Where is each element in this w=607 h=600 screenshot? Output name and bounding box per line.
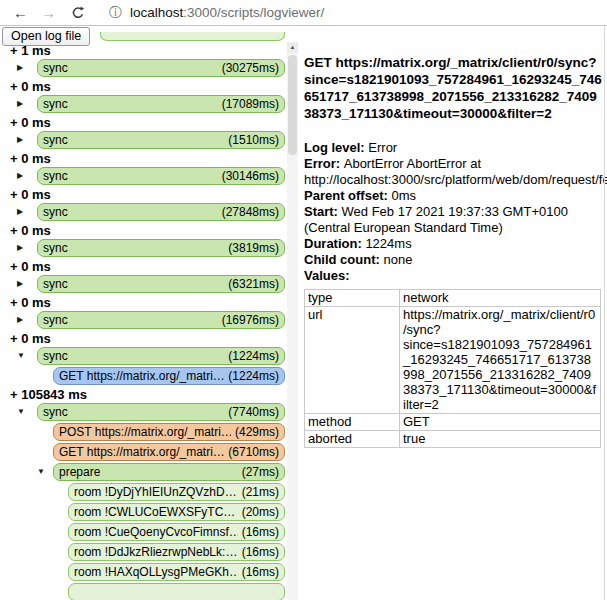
log-item[interactable]: GET https://matrix.org/_matri…(6710ms) xyxy=(53,443,285,461)
detail-field: Log level: Error xyxy=(304,140,604,156)
values-row: methodGET xyxy=(305,414,601,431)
expander-right-icon[interactable]: ▶ xyxy=(17,99,23,109)
time-offset-heading: + 0 ms xyxy=(10,151,287,166)
detail-field: Child count: none xyxy=(304,252,604,268)
detail-field-label: Start: xyxy=(304,204,342,219)
log-item-duration: (429ms) xyxy=(235,425,279,439)
log-item-label: POST https://matrix.org/_matri… xyxy=(59,425,231,439)
log-item-row: ▶sync(17089ms) xyxy=(0,95,287,113)
log-item-duration: (1224ms) xyxy=(228,349,279,363)
log-item[interactable]: room !CWLUCoEWXSFyTC…(20ms) xyxy=(68,503,285,521)
log-item[interactable]: sync(16976ms) xyxy=(37,311,285,329)
log-item-row: GET https://matrix.org/_matri…(6710ms) xyxy=(0,443,287,461)
page-content: Open log file + 1 ms▶sync(30275ms)+ 0 ms… xyxy=(0,26,607,600)
log-item[interactable]: sync(7740ms) xyxy=(37,403,285,421)
expander-down-icon[interactable]: ▼ xyxy=(37,467,45,477)
log-item[interactable]: room !HAXqOLLysgPMeGKh…(16ms) xyxy=(68,563,285,581)
time-offset-heading: + 0 ms xyxy=(10,259,287,274)
log-item-label: sync xyxy=(43,61,68,75)
log-item[interactable]: sync(30275ms) xyxy=(37,59,285,77)
forward-icon[interactable]: → xyxy=(41,5,56,20)
log-item[interactable]: room !DdJkzRliezrwpNebLk:…(16ms) xyxy=(68,543,285,561)
values-table-body: typenetworkurlhttps://matrix.org/_matrix… xyxy=(305,290,601,448)
reload-icon[interactable] xyxy=(71,6,85,20)
log-item-label: room !HAXqOLLysgPMeGKh… xyxy=(74,565,238,579)
log-item[interactable]: POST https://matrix.org/_matri…(429ms) xyxy=(53,423,285,441)
log-item[interactable]: sync(1224ms) xyxy=(37,347,285,365)
expander-right-icon[interactable]: ▶ xyxy=(17,279,23,289)
log-item-row: room !HAXqOLLysgPMeGKh…(16ms) xyxy=(0,563,287,581)
log-item[interactable]: sync(30146ms) xyxy=(37,167,285,185)
expander-right-icon[interactable]: ▶ xyxy=(17,171,23,181)
time-offset-heading: + 0 ms xyxy=(10,223,287,238)
log-item-row: GET https://matrix.org/_matri…(1224ms) xyxy=(0,367,287,385)
log-item-label: room !CWLUCoEWXSFyTC… xyxy=(74,505,235,519)
detail-field-value: Error xyxy=(368,140,397,155)
expander-right-icon[interactable]: ▶ xyxy=(17,243,23,253)
tree-scrollbar[interactable]: ▲ xyxy=(287,42,298,600)
log-item[interactable]: room !CueQoenyCvcoFimnsf…(16ms) xyxy=(68,523,285,541)
scroll-up-arrow-icon[interactable]: ▲ xyxy=(287,42,298,53)
log-item-duration: (16ms) xyxy=(242,545,279,559)
log-item-row: ▶sync(3819ms) xyxy=(0,239,287,257)
log-item-label: prepare xyxy=(59,465,100,479)
site-info-icon[interactable]: ⓘ xyxy=(109,4,122,22)
time-offset-heading: + 0 ms xyxy=(10,295,287,310)
log-item[interactable]: prepare(27ms) xyxy=(53,463,285,481)
log-item[interactable]: room !DyDjYhIEIUnZQVzhD…(21ms) xyxy=(68,483,285,501)
log-item-label: sync xyxy=(43,277,68,291)
log-item-duration: (1510ms) xyxy=(228,133,279,147)
detail-field: Start: Wed Feb 17 2021 19:37:33 GMT+0100… xyxy=(304,204,604,236)
log-item-row: ▶sync(30146ms) xyxy=(0,167,287,185)
value-value: true xyxy=(400,431,601,448)
log-tree: + 1 ms▶sync(30275ms)+ 0 ms▶sync(17089ms)… xyxy=(0,42,287,600)
log-item-row: POST https://matrix.org/_matri…(429ms) xyxy=(0,423,287,441)
log-item-label: room !DyDjYhIEIUnZQVzhD… xyxy=(74,485,237,499)
detail-field-value: 1224ms xyxy=(365,236,411,251)
log-item[interactable]: sync(3819ms) xyxy=(37,239,285,257)
log-item-row: ▶sync(30275ms) xyxy=(0,59,287,77)
log-item-duration: (21ms) xyxy=(242,485,279,499)
expander-right-icon[interactable]: ▶ xyxy=(17,135,23,145)
scrollbar-thumb[interactable] xyxy=(288,55,297,155)
log-item-label: sync xyxy=(43,313,68,327)
expander-down-icon[interactable]: ▼ xyxy=(17,407,25,417)
detail-field-label: Error: xyxy=(304,156,344,171)
time-offset-heading: + 105843 ms xyxy=(10,387,287,402)
log-item-row: room !CueQoenyCvcoFimnsf…(16ms) xyxy=(0,523,287,541)
log-item[interactable]: sync(6321ms) xyxy=(37,275,285,293)
expander-down-icon[interactable]: ▼ xyxy=(17,351,25,361)
log-item[interactable]: sync(1510ms) xyxy=(37,131,285,149)
time-offset-heading: + 0 ms xyxy=(10,79,287,94)
log-item-row: room !CWLUCoEWXSFyTC…(20ms) xyxy=(0,503,287,521)
time-offset-heading: + 0 ms xyxy=(10,331,287,346)
log-item[interactable] xyxy=(68,583,285,600)
detail-field-value: none xyxy=(383,252,412,267)
expander-right-icon[interactable]: ▶ xyxy=(17,207,23,217)
page-right-divider xyxy=(604,26,605,600)
url-input[interactable]: ⓘ localhost:3000/scripts/logviewer/ xyxy=(109,4,324,22)
log-item-duration: (16ms) xyxy=(242,565,279,579)
log-item[interactable]: sync(27848ms) xyxy=(37,203,285,221)
log-item-duration: (30275ms) xyxy=(222,61,279,75)
back-icon[interactable]: ← xyxy=(13,5,28,20)
log-item-duration: (16ms) xyxy=(242,525,279,539)
expander-right-icon[interactable]: ▶ xyxy=(17,315,23,325)
log-item[interactable]: GET https://matrix.org/_matri…(1224ms) xyxy=(53,367,285,385)
log-item-duration: (7740ms) xyxy=(228,405,279,419)
expander-right-icon[interactable]: ▶ xyxy=(17,63,23,73)
log-item-label: room !DdJkzRliezrwpNebLk:… xyxy=(74,545,237,559)
log-item[interactable]: sync(17089ms) xyxy=(37,95,285,113)
log-item-row: ▼sync(7740ms) xyxy=(0,403,287,421)
log-item-duration: (27848ms) xyxy=(222,205,279,219)
detail-field-label: Parent offset: xyxy=(304,188,391,203)
url-host: localhost xyxy=(130,5,183,20)
log-item-duration: (1224ms) xyxy=(228,369,279,383)
url-path: :3000/scripts/logviewer/ xyxy=(183,5,324,20)
log-item-partial[interactable] xyxy=(100,32,285,41)
log-item-row: ▶sync(6321ms) xyxy=(0,275,287,293)
log-item-label: sync xyxy=(43,205,68,219)
log-item-duration: (20ms) xyxy=(242,505,279,519)
values-label: Values: xyxy=(304,268,607,284)
log-item-row xyxy=(0,583,287,600)
